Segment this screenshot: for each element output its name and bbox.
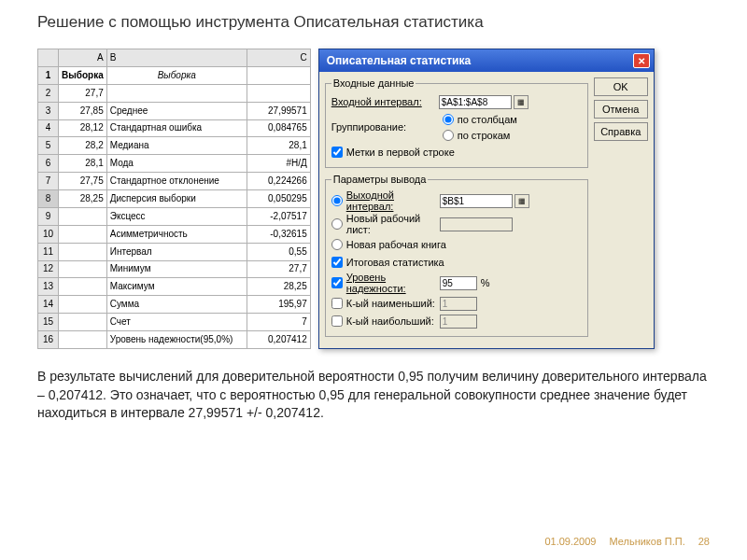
kmin-checkbox[interactable] xyxy=(331,298,343,309)
cell[interactable]: Выборка xyxy=(106,66,247,84)
help-button[interactable]: Справка xyxy=(594,122,648,141)
confidence-checkbox[interactable] xyxy=(331,277,343,288)
col-header-B[interactable]: B xyxy=(106,49,247,67)
row-header[interactable]: 16 xyxy=(38,331,59,349)
cell[interactable]: 195,97 xyxy=(247,296,310,314)
cell[interactable]: Среднее xyxy=(106,102,247,119)
cell[interactable]: Эксцесс xyxy=(106,207,247,225)
cell[interactable]: Максимум xyxy=(106,278,247,296)
table-row: 13Максимум28,25 xyxy=(38,278,311,296)
row-header[interactable]: 11 xyxy=(38,243,59,260)
cell[interactable] xyxy=(59,225,107,243)
cell[interactable]: Медиана xyxy=(106,137,247,155)
cell[interactable]: -0,32615 xyxy=(247,225,310,243)
radio-by-columns-label: по столбцам xyxy=(458,114,517,125)
input-interval-field[interactable] xyxy=(439,95,512,109)
cell[interactable]: Минимум xyxy=(106,260,247,278)
radio-by-rows-input[interactable] xyxy=(443,130,454,141)
row-header[interactable]: 5 xyxy=(38,137,59,155)
cell[interactable] xyxy=(247,66,310,84)
cell[interactable]: 28,1 xyxy=(59,155,107,173)
radio-new-book[interactable] xyxy=(331,239,343,250)
cell[interactable] xyxy=(59,260,107,278)
percent-label: % xyxy=(481,277,490,288)
kmax-checkbox[interactable] xyxy=(331,315,343,327)
row-header[interactable]: 7 xyxy=(38,173,59,190)
row-header[interactable]: 13 xyxy=(38,278,59,296)
cell[interactable]: Стандартная ошибка xyxy=(106,119,247,137)
cell[interactable]: 0,050295 xyxy=(247,190,310,208)
cell[interactable]: 27,7 xyxy=(247,260,310,278)
cell[interactable]: 28,1 xyxy=(247,137,310,155)
page-number: 28 xyxy=(698,536,710,547)
cell[interactable]: Выборка xyxy=(59,66,107,84)
cell[interactable]: -2,07517 xyxy=(247,207,310,225)
cell[interactable] xyxy=(59,331,107,349)
dialog-titlebar[interactable]: Описательная статистика ✕ xyxy=(319,49,654,72)
radio-by-columns-input[interactable] xyxy=(443,114,454,125)
summary-checkbox[interactable] xyxy=(331,257,343,268)
row-header[interactable]: 1 xyxy=(38,66,59,84)
labels-first-row[interactable]: Метки в первой строке xyxy=(331,144,582,161)
row-header[interactable]: 2 xyxy=(38,84,59,102)
row-header[interactable]: 9 xyxy=(38,207,59,225)
confidence-field[interactable] xyxy=(440,276,477,290)
cell[interactable]: Асимметричность xyxy=(106,225,247,243)
cell[interactable]: Мода xyxy=(106,155,247,173)
row-header[interactable]: 10 xyxy=(38,225,59,243)
radio-by-columns[interactable]: по столбцам xyxy=(443,112,517,126)
ok-button[interactable]: OK xyxy=(594,77,648,96)
output-range-field[interactable] xyxy=(440,194,513,208)
cell[interactable]: Уровень надежности(95,0%) xyxy=(106,331,247,349)
cell[interactable]: Счет xyxy=(106,314,247,331)
cell[interactable]: 27,85 xyxy=(59,102,107,119)
cell[interactable]: 28,2 xyxy=(59,137,107,155)
col-header-A[interactable]: A xyxy=(59,49,107,67)
close-icon[interactable]: ✕ xyxy=(633,53,650,68)
radio-output-range[interactable] xyxy=(331,195,343,206)
corner-cell[interactable] xyxy=(38,49,59,67)
radio-by-rows[interactable]: по строкам xyxy=(443,128,517,142)
labels-first-checkbox[interactable] xyxy=(331,147,343,158)
radio-new-sheet[interactable] xyxy=(331,218,343,230)
cell[interactable]: 28,25 xyxy=(59,190,107,208)
cell[interactable]: Дисперсия выборки xyxy=(106,190,247,208)
row-header[interactable]: 15 xyxy=(38,314,59,331)
row-header[interactable]: 14 xyxy=(38,296,59,314)
cell[interactable] xyxy=(59,207,107,225)
cell[interactable] xyxy=(59,278,107,296)
row-header[interactable]: 12 xyxy=(38,260,59,278)
dialog-title: Описательная статистика xyxy=(327,54,471,67)
row-header[interactable]: 3 xyxy=(38,102,59,119)
row-header[interactable]: 8 xyxy=(38,190,59,208)
row-header[interactable]: 4 xyxy=(38,119,59,137)
row-header[interactable]: 6 xyxy=(38,155,59,173)
cell[interactable]: 0,084765 xyxy=(247,119,310,137)
cell[interactable] xyxy=(106,84,247,102)
cell[interactable]: 0,55 xyxy=(247,243,310,260)
ref-select-icon-2[interactable]: ▦ xyxy=(514,194,529,208)
cell[interactable]: 28,25 xyxy=(247,278,310,296)
cell[interactable]: Стандартное отклонение xyxy=(106,173,247,190)
radio-by-rows-label: по строкам xyxy=(458,130,511,141)
summary-stats-row[interactable]: Итоговая статистика xyxy=(331,254,582,271)
cell[interactable]: Интервал xyxy=(106,243,247,260)
cell[interactable] xyxy=(247,84,310,102)
cell[interactable]: 27,99571 xyxy=(247,102,310,119)
cell[interactable]: 28,12 xyxy=(59,119,107,137)
table-row: 428,12Стандартная ошибка0,084765 xyxy=(38,119,311,137)
cell[interactable] xyxy=(59,243,107,260)
cell[interactable]: 0,207412 xyxy=(247,331,310,349)
ref-select-icon[interactable]: ▦ xyxy=(514,95,529,109)
new-sheet-label: Новый рабочий лист: xyxy=(346,213,440,235)
cell[interactable]: 27,75 xyxy=(59,173,107,190)
cell[interactable]: Сумма xyxy=(106,296,247,314)
cell[interactable] xyxy=(59,296,107,314)
cell[interactable]: #Н/Д xyxy=(247,155,310,173)
cancel-button[interactable]: Отмена xyxy=(594,100,648,119)
col-header-C[interactable]: C xyxy=(247,49,310,67)
cell[interactable] xyxy=(59,314,107,331)
cell[interactable]: 27,7 xyxy=(59,84,107,102)
cell[interactable]: 7 xyxy=(247,314,310,331)
cell[interactable]: 0,224266 xyxy=(247,173,310,190)
